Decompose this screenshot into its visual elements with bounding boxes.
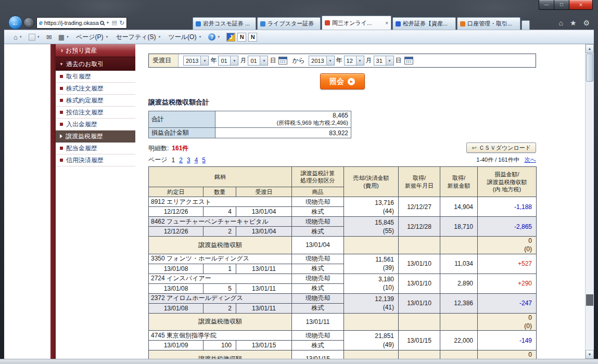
to-year-select[interactable]: 2013▼ [309,56,334,66]
browser-tab[interactable]: 口座管理・取引... [457,17,520,30]
close-button[interactable]: × [569,0,593,10]
summary-heading: 譲渡益税徴収額合計 [148,98,536,107]
from-year-select[interactable]: 2013▼ [183,56,209,66]
feed-button[interactable]: ▼ [26,31,43,43]
browser-tab[interactable]: ライブスター証券 [257,17,321,30]
calendar-icon[interactable] [278,57,287,64]
list-meta: 明細数:161件 ↩ ＣＳＶダウンロード [148,142,536,153]
refresh-icon[interactable]: ↻ [119,20,124,26]
sidebar-item[interactable]: 投信注文履歴 [56,107,135,119]
minimize-button[interactable]: — [539,0,554,10]
from-month-select[interactable]: 01▼ [218,56,238,66]
browser-tab[interactable]: 岡三オンライ...× [322,16,391,30]
command-menu-item[interactable]: ツール(O)▼ [165,31,206,43]
sidebar-item[interactable]: 譲渡益税履歴 [56,131,135,142]
next-page-link[interactable]: 次へ [525,156,536,164]
new-tab-button[interactable] [521,20,530,30]
empty-cell [399,237,440,254]
result-range-text: 1-40件 / 161件中 [476,156,519,164]
to-month-select[interactable]: 12▼ [344,56,364,66]
search-icon[interactable] [100,21,104,25]
trade-type-cell: 現物売却 [292,293,344,303]
back-button[interactable]: ← [8,16,22,30]
summary-pl-label: 損益合計金額 [149,128,215,138]
command-menu-item[interactable]: セーフティ(S)▼ [112,31,164,43]
page-number-link[interactable]: 3 [187,157,190,164]
home-icon[interactable]: ⌂ [558,19,563,27]
to-day-select[interactable]: 31▼ [374,56,394,66]
vertical-scrollbar[interactable]: ▲ ▼ [585,44,594,359]
sidebar-item[interactable]: 入出金履歴 [56,119,135,131]
col-acquire-amount: 取得/新規金額 [440,167,478,197]
sidebar-item[interactable]: 信用決済履歴 [56,154,135,166]
scroll-up-button[interactable]: ▲ [586,44,594,53]
print-menu-button[interactable]: ▦ ▼ [55,31,72,43]
dropdown-icon[interactable]: ▼ [106,21,110,24]
profit-loss-cell: -247 [478,293,537,313]
addon-icon[interactable]: J [226,33,235,42]
addon-icon[interactable]: N [248,33,257,42]
sidebar-item[interactable]: 配当金履歴 [56,142,135,154]
feed-icon [29,34,35,41]
col-product: 商品 [292,187,344,197]
summary-pl-value: 83,922 [215,128,351,138]
page-number-link[interactable]: 4 [195,157,198,164]
sidebar-item-label: 取引履歴 [66,72,91,81]
quantity-cell: 1 [203,264,236,274]
sidebar-section-past-trades[interactable]: ▼ 過去のお取引 [56,57,135,71]
scrollbar-thumb[interactable] [586,54,593,82]
acquire-amount-cell: 18,710 [440,217,478,237]
browser-tab[interactable]: 松井証券【資産... [392,17,456,30]
browser-tab[interactable]: 岩井コスモ証券 ... [193,17,256,30]
tab-label: 松井証券【資産... [403,20,453,28]
bullet-icon [60,75,63,78]
scroll-down-button[interactable]: ▼ [586,350,594,359]
command-menu-item[interactable]: ページ(P)▼ [72,31,112,43]
subtotal-row: 譲渡益税徴収額13/01/040(0) [149,237,537,254]
mail-button[interactable]: ✉ [43,31,55,43]
tab-label: 岡三オンライ... [332,19,384,27]
settings-gear-icon[interactable]: ⚙ [583,19,590,27]
sidebar-item-label: 配当金履歴 [66,144,97,153]
tab-favicon-icon [396,21,401,27]
product-cell: 株式 [292,264,344,274]
range-separator-label: から [292,56,305,65]
addon-icon[interactable]: N [237,33,246,42]
settlement-date-cell: 13/01/04 [236,207,292,217]
scrollbar-marker [586,294,593,306]
forward-button[interactable]: → [23,17,34,28]
help-menu-button[interactable]: ? ▼ [205,31,223,43]
profit-loss-cell: +527 [478,254,537,274]
scrollbar-track[interactable] [586,53,594,350]
page-number-link[interactable]: 5 [202,157,206,164]
address-bar[interactable]: e https://j-trading.okasan-onlin... ▼ ▤ … [36,17,127,29]
from-day-select[interactable]: 01▼ [248,56,268,66]
tab-favicon-icon [325,20,330,25]
maximize-button[interactable]: □ [554,0,569,10]
tab-close-icon[interactable]: × [385,20,388,26]
page-number-link[interactable]: 2 [179,157,183,164]
unit-month-label: 月 [240,56,246,65]
dropdown-icon: ▼ [66,35,69,38]
summary-total-value: 8,465 (所得税:5,969 地方税:2,496) [215,111,351,128]
calendar-icon[interactable] [404,57,413,64]
sidebar-item[interactable]: 株式約定履歴 [56,95,135,107]
home-icon: ⌂ [14,34,18,41]
col-settlement-date: 受渡日 [236,187,292,197]
sidebar-item[interactable]: 取引履歴 [56,71,135,83]
tax-summary-table: 合計 8,465 (所得税:5,969 地方税:2,496) 損益合計金額 83… [148,111,351,138]
csv-download-button[interactable]: ↩ ＣＳＶダウンロード [466,142,536,153]
trade-type-cell: 現物売却 [292,254,344,264]
empty-cell [440,313,478,330]
unit-day-label: 日 [270,56,276,65]
favorites-star-icon[interactable]: ★ [570,19,577,27]
contract-date-cell: 12/12/26 [149,227,203,237]
sidebar-section-assets[interactable]: › お預り資産 [56,44,135,57]
sidebar-item[interactable]: 株式注文履歴 [56,83,135,95]
inquiry-button[interactable]: 照会 ▶ [320,73,365,89]
stock-name-cell: 8912 エリアクエスト [149,197,292,207]
page-links: 12345 [172,157,206,164]
compatibility-icon[interactable]: ▤ [112,20,117,25]
home-menu-button[interactable]: ⌂ ▼ [10,31,26,43]
chevron-icon: › [61,47,63,54]
